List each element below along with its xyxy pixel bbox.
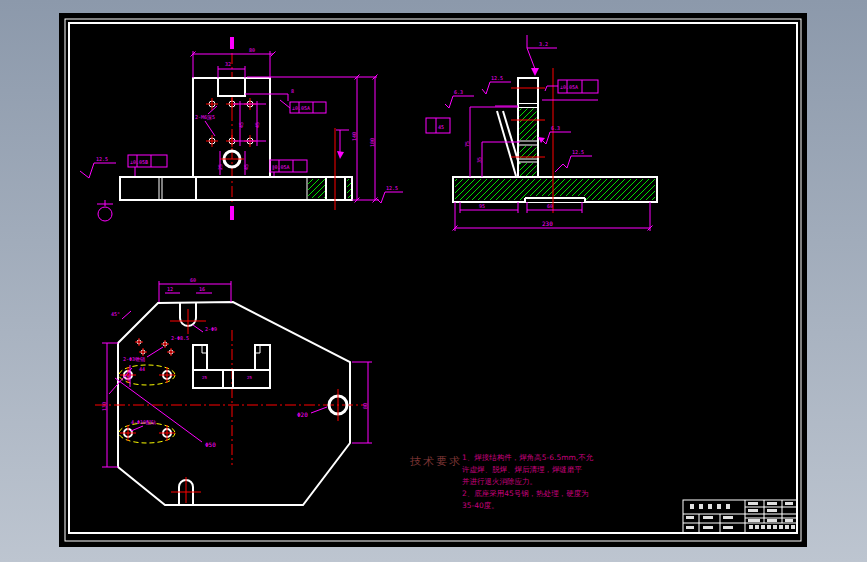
note-line-1: 1、焊接结构件，焊角高5-6.5mm,不允: [462, 453, 594, 462]
plate-outline: [118, 302, 350, 505]
cad-drawing: 80 32 8 2-M6深5: [59, 13, 807, 547]
plan-right-dim: 80: [352, 362, 372, 443]
svg-text:∥0.05A: ∥0.05A: [272, 164, 290, 171]
hatch-left: [308, 179, 325, 198]
drawing-canvas[interactable]: 80 32 8 2-M6深5: [59, 13, 807, 547]
titleblock-text-marks: [686, 502, 795, 529]
svg-text:60: 60: [190, 277, 196, 283]
note-line-5: 35-40度。: [462, 501, 499, 510]
dim-text: 35: [476, 157, 482, 163]
svg-text:95: 95: [479, 203, 485, 209]
svg-text:12.5: 12.5: [491, 75, 503, 81]
dim-text: 80: [249, 47, 255, 53]
svg-text:12.5: 12.5: [386, 185, 398, 191]
svg-text:45: 45: [438, 124, 444, 130]
dim-text: 25: [217, 164, 223, 170]
side-base: [453, 177, 657, 202]
hatch-right: [347, 179, 351, 198]
fcf-frame-3: ⊥0.05B: [128, 155, 167, 177]
side-finish-left2: 6.3: [445, 89, 474, 108]
dim-text: 75: [464, 141, 470, 147]
finish-mark-left: 12.5: [80, 156, 116, 178]
svg-text:80: 80: [362, 403, 368, 409]
side-column: [518, 78, 538, 177]
dim-text: 32: [225, 61, 231, 67]
top-slot: [170, 302, 206, 334]
note-line-2: 许虚焊、脱焊、焊后清理，焊缝磨平: [462, 465, 583, 474]
svg-text:60: 60: [547, 203, 553, 209]
pin-label: 2-Φ3锥销: [123, 356, 145, 362]
svg-text:6.3: 6.3: [551, 125, 560, 131]
dim-text: 140: [351, 132, 357, 141]
side-box-left: 45: [426, 118, 450, 133]
pin-holes: [135, 338, 175, 356]
fcf-frame-1: ⊥0.05A: [280, 100, 326, 113]
datum-balloon: [97, 200, 113, 221]
svg-text:12: 12: [167, 286, 173, 292]
note-line-3: 并进行退火消除应力。: [462, 477, 537, 486]
bolt-label: 4-Φ10配钻: [131, 419, 156, 426]
chamfer-note: 45°: [111, 311, 120, 317]
slot-label: 2-Φ9: [205, 326, 217, 332]
side-finish-right2: 12.5: [555, 149, 592, 172]
plan-view: 60 12 16 45° 2-Φ9 2-Φ8.5 2-Φ3锥销: [95, 277, 372, 505]
svg-text:6.3: 6.3: [454, 89, 463, 95]
note-line-4: 2、底座采用45号钢，热处理，硬度为: [462, 489, 589, 498]
svg-text:12.5: 12.5: [572, 149, 584, 155]
dim-text: 44: [139, 366, 145, 372]
column-notch: [218, 78, 245, 96]
hole-label: Φ20: [297, 411, 308, 418]
technical-notes: 技术要求 1、焊接结构件，焊角高5-6.5mm,不允 许虚焊、脱焊、焊后清理，焊…: [410, 453, 594, 510]
side-finish-left1: 12.5: [482, 75, 511, 94]
base-plate: [120, 177, 352, 200]
title-block: [683, 500, 797, 533]
svg-text:12.5: 12.5: [96, 156, 108, 162]
dia-label: Φ50: [205, 441, 216, 448]
svg-text:3.2: 3.2: [539, 41, 548, 47]
svg-text:⊥0.05A: ⊥0.05A: [560, 84, 578, 90]
svg-text:16: 16: [199, 286, 205, 292]
dim-text: 45: [238, 122, 244, 128]
side-rib: [497, 111, 519, 176]
notes-title: 技术要求: [410, 455, 462, 468]
side-view: 3.2 ⊥0.05A 12.5 6.3 45 75 35: [426, 35, 657, 231]
dim-text: 45: [243, 164, 249, 170]
side-finish-right1: 6.3: [538, 125, 571, 144]
dim-text: 45: [254, 122, 260, 128]
bottom-slot: [171, 477, 201, 505]
svg-text:⊥0.05A: ⊥0.05A: [292, 105, 310, 111]
svg-text:⊥0.05B: ⊥0.05B: [130, 159, 148, 165]
fcf-frame-2: ∥0.05A: [270, 160, 307, 177]
dim-text: 180: [369, 138, 375, 147]
plan-top-dims: 60 12 16: [159, 277, 231, 302]
slot-label-2: 2-Φ8.5: [171, 335, 189, 341]
dim-text: 8: [291, 88, 294, 94]
finish-mark-right: 12.5: [377, 185, 403, 203]
front-view: 80 32 8 2-M6深5: [80, 37, 403, 221]
thread-hole-note: 2-M6深5: [195, 114, 215, 121]
svg-text:25: 25: [202, 375, 207, 380]
svg-text:25: 25: [247, 375, 252, 380]
svg-text:230: 230: [542, 220, 553, 227]
svg-text:130: 130: [101, 402, 107, 411]
weld-leader: [336, 130, 349, 159]
side-bottom-dims: 95 60 230: [453, 202, 653, 231]
